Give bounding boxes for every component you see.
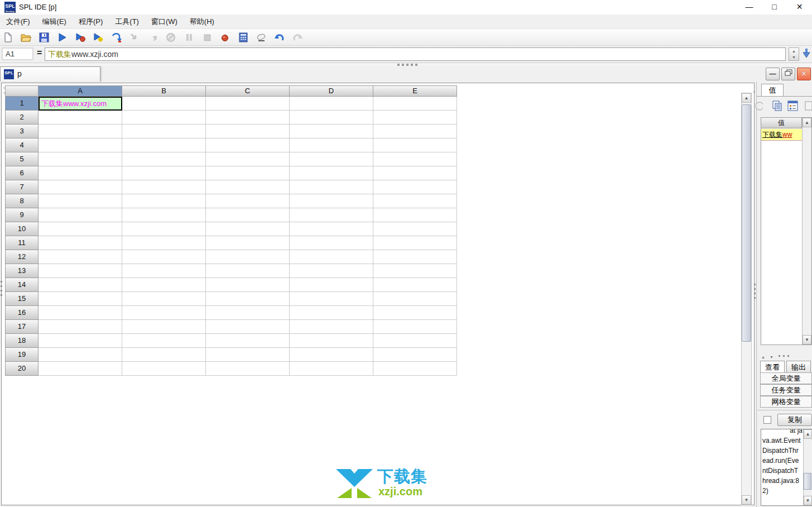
cell-E8[interactable] [373, 194, 457, 208]
menu-item-4[interactable]: 窗口(W) [145, 15, 184, 29]
row-header-2[interactable]: 2 [5, 111, 39, 125]
cell-A10[interactable] [39, 222, 122, 236]
cell-A11[interactable] [39, 236, 122, 250]
cell-D16[interactable] [290, 306, 373, 320]
cell-C16[interactable] [206, 306, 290, 320]
copy-button[interactable]: 复制 [777, 414, 812, 426]
cell-B19[interactable] [122, 348, 206, 362]
cell-C15[interactable] [206, 292, 290, 306]
cell-A19[interactable] [39, 348, 122, 362]
cell-B17[interactable] [122, 320, 206, 334]
cell-E19[interactable] [373, 348, 457, 362]
cell-B8[interactable] [122, 194, 206, 208]
menu-item-3[interactable]: 工具(T) [109, 15, 145, 29]
window-minimize-button[interactable]: — [737, 0, 762, 15]
output-scroll-up-icon[interactable]: ▲ [804, 429, 812, 439]
value-scroll-up-icon[interactable]: ▲ [803, 118, 811, 127]
menu-item-0[interactable]: 文件(F) [0, 15, 36, 29]
output-scroll-thumb[interactable] [804, 473, 811, 490]
cell-B1[interactable] [122, 97, 206, 111]
grid-corner[interactable] [5, 85, 39, 97]
cell-B14[interactable] [122, 278, 206, 292]
cell-C5[interactable] [206, 152, 290, 166]
row-header-7[interactable]: 7 [5, 180, 39, 194]
save-file-icon[interactable] [37, 30, 51, 45]
scroll-down-icon[interactable]: ▼ [742, 495, 751, 505]
spinner-up-icon[interactable]: ▲ [789, 48, 799, 54]
cell-B6[interactable] [122, 166, 206, 180]
row-header-13[interactable]: 13 [5, 264, 39, 278]
cell-C11[interactable] [206, 236, 290, 250]
var-button-1[interactable]: 任务变量 [760, 384, 812, 396]
cell-D4[interactable] [290, 138, 373, 152]
sheet-vertical-scrollbar[interactable]: ▲ ▼ [741, 93, 752, 505]
open-file-icon[interactable] [18, 30, 33, 45]
breakpoint-icon[interactable] [218, 30, 232, 45]
cell-B5[interactable] [122, 152, 206, 166]
cell-B3[interactable] [122, 125, 206, 138]
output-box[interactable]: at java.awt.EventDispatchThread.run(Even… [761, 429, 812, 506]
row-header-10[interactable]: 10 [5, 222, 39, 236]
row-header-16[interactable]: 16 [5, 306, 39, 320]
panel-splitter[interactable]: ▲▼ [757, 351, 812, 360]
cell-E5[interactable] [373, 152, 457, 166]
cell-E20[interactable] [373, 362, 457, 376]
cell-E13[interactable] [373, 264, 457, 278]
row-header-14[interactable]: 14 [5, 278, 39, 292]
cell-A5[interactable] [39, 152, 122, 166]
cell-A8[interactable] [39, 194, 122, 208]
cell-B20[interactable] [122, 362, 206, 376]
output-scrollbar[interactable]: ▲ ▼ [803, 429, 812, 505]
child-minimize-button[interactable]: — [766, 68, 780, 80]
cell-A17[interactable] [39, 320, 122, 334]
cell-A12[interactable] [39, 250, 122, 264]
row-header-15[interactable]: 15 [5, 292, 39, 306]
cell-C20[interactable] [206, 362, 290, 376]
cell-E15[interactable] [373, 292, 457, 306]
cell-C8[interactable] [206, 194, 290, 208]
cell-E14[interactable] [373, 278, 457, 292]
menu-item-2[interactable]: 程序(P) [73, 15, 109, 29]
cell-C12[interactable] [206, 250, 290, 264]
cell-C9[interactable] [206, 208, 290, 222]
cell-A16[interactable] [39, 306, 122, 320]
scroll-thumb[interactable] [742, 104, 751, 342]
cell-E11[interactable] [373, 236, 457, 250]
cell-A7[interactable] [39, 180, 122, 194]
spinner-down-icon[interactable]: ▼ [789, 54, 799, 60]
column-header-A[interactable]: A [39, 85, 122, 97]
step-next-icon[interactable] [109, 30, 124, 45]
cell-D14[interactable] [290, 278, 373, 292]
cell-E2[interactable] [373, 111, 457, 125]
child-close-button[interactable]: ✕ [797, 68, 811, 80]
column-header-B[interactable]: B [122, 85, 206, 97]
cell-A20[interactable] [39, 362, 122, 376]
cell-A2[interactable] [39, 111, 122, 125]
panel-collapse-icon[interactable]: › [753, 89, 755, 94]
cell-D1[interactable] [290, 97, 373, 111]
cell-D2[interactable] [290, 111, 373, 125]
cell-E18[interactable] [373, 334, 457, 348]
cell-D3[interactable] [290, 125, 373, 138]
cell-ref-input[interactable]: A1 [2, 47, 33, 60]
cell-B12[interactable] [122, 250, 206, 264]
undo-icon[interactable] [272, 30, 287, 45]
cell-A9[interactable] [39, 208, 122, 222]
row-header-12[interactable]: 12 [5, 250, 39, 264]
column-header-D[interactable]: D [290, 85, 373, 97]
row-header-8[interactable]: 8 [5, 194, 39, 208]
cell-E9[interactable] [373, 208, 457, 222]
run-to-cursor-icon[interactable] [91, 30, 105, 45]
cell-C13[interactable] [206, 264, 290, 278]
calculator-icon[interactable] [236, 30, 251, 45]
value-options-icon[interactable] [786, 99, 800, 114]
copy-value-icon[interactable] [770, 99, 785, 114]
value-scroll-down-icon[interactable]: ▼ [803, 335, 811, 345]
cell-B9[interactable] [122, 208, 206, 222]
window-maximize-button[interactable]: □ [762, 0, 787, 15]
cell-E3[interactable] [373, 125, 457, 138]
row-header-11[interactable]: 11 [5, 236, 39, 250]
menu-item-1[interactable]: 编辑(E) [36, 15, 73, 29]
row-header-18[interactable]: 18 [5, 334, 39, 348]
var-button-2[interactable]: 网格变量 [760, 396, 812, 408]
